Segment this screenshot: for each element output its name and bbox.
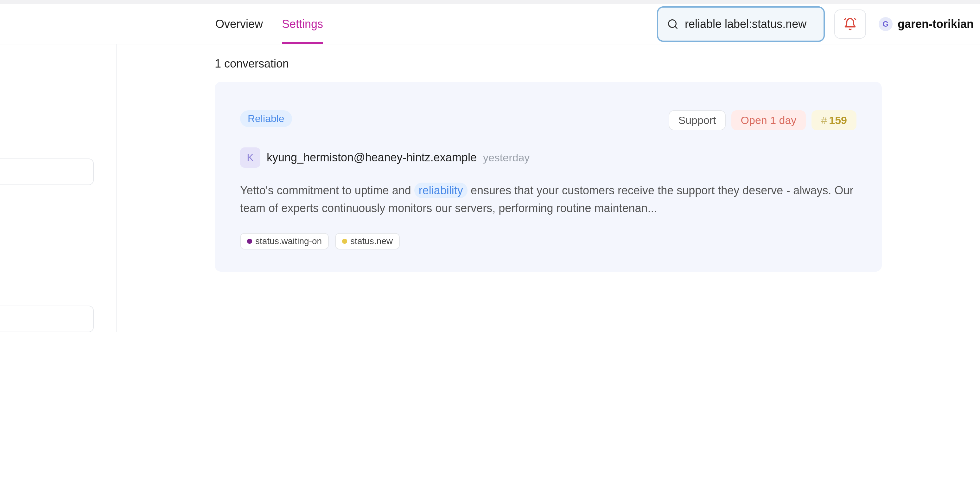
sender-time: yesterday [483, 152, 530, 164]
search-input[interactable] [685, 18, 815, 31]
sender-email: kyung_hermiston@heaney-hintz.example [267, 151, 477, 164]
conversation-preview: Yetto's commitment to uptime and reliabi… [240, 182, 856, 217]
sender-avatar: K [240, 147, 260, 168]
dot-icon [342, 239, 347, 244]
label-pill[interactable]: status.new [335, 233, 400, 249]
conversation-card[interactable]: Reliable Support Open 1 day # 159 K kyun… [215, 82, 882, 272]
sender-row: K kyung_hermiston@heaney-hintz.example y… [240, 147, 856, 168]
sidebar [0, 45, 116, 332]
result-count: 1 conversation [215, 57, 882, 70]
tab-overview[interactable]: Overview [215, 4, 263, 44]
top-header: Overview Settings G garen-torikian [0, 0, 980, 45]
hash-icon: # [821, 114, 827, 126]
id-number: 159 [829, 114, 847, 126]
status-badge: Open 1 day [731, 110, 806, 130]
user-avatar: G [879, 17, 892, 31]
category-badge: Support [669, 110, 725, 130]
sidebar-item[interactable] [0, 158, 94, 185]
preview-text-pre: Yetto's commitment to uptime and [240, 184, 414, 197]
header-tabs: Overview Settings [215, 4, 323, 44]
id-badge: # 159 [811, 110, 856, 130]
label-text: status.waiting-on [255, 236, 322, 246]
bell-icon [843, 18, 857, 31]
labels-row: status.waiting-on status.new [240, 233, 856, 249]
card-badges: Support Open 1 day # 159 [669, 110, 856, 130]
match-tag: Reliable [240, 110, 292, 127]
user-name: garen-torikian [898, 18, 974, 31]
notifications-button[interactable] [834, 10, 866, 39]
preview-highlight: reliability [414, 183, 468, 198]
dot-icon [247, 239, 252, 244]
tab-settings[interactable]: Settings [282, 4, 323, 44]
search-box[interactable] [657, 6, 825, 42]
svg-line-1 [675, 26, 677, 28]
label-pill[interactable]: status.waiting-on [240, 233, 329, 249]
search-icon [667, 18, 678, 30]
label-text: status.new [350, 236, 393, 246]
sidebar-item[interactable] [0, 306, 94, 332]
main-content: 1 conversation Reliable Support Open 1 d… [116, 45, 980, 332]
user-menu[interactable]: G garen-torikian [875, 17, 974, 31]
